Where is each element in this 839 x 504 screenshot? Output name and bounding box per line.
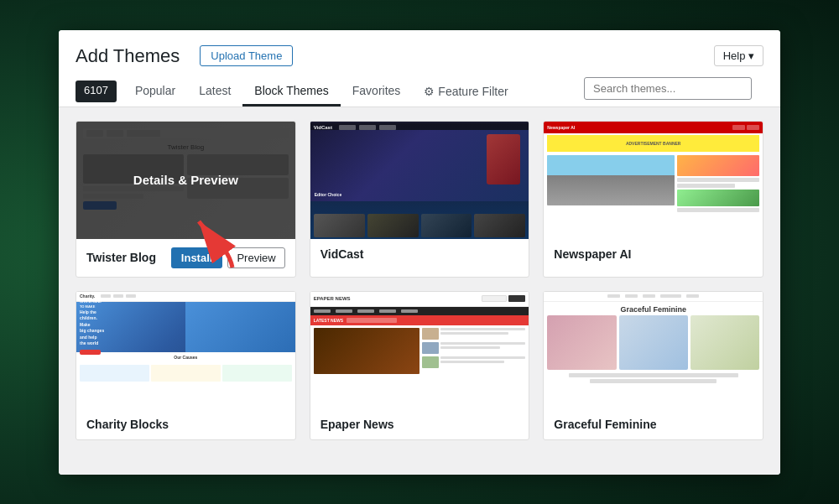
epaper-line	[440, 361, 504, 363]
vidcast-bg: VidCast Editor Choice	[310, 122, 529, 239]
epaper-logo: EPAPER NEWS	[314, 296, 351, 301]
newspaper-thumbnail: Newspaper AI ADVERTISEMENT BANNER	[544, 122, 763, 239]
epaper-nav	[310, 307, 529, 315]
tab-latest[interactable]: Latest	[187, 77, 242, 107]
newspaper-header: Newspaper AI	[544, 122, 763, 133]
epaper-item-1	[422, 328, 525, 340]
header-top: Add Themes Upload Theme Help ▾	[76, 45, 763, 67]
themes-content: Twister Blog	[59, 107, 780, 475]
search-input[interactable]	[584, 77, 752, 100]
epaper-sidebar	[422, 328, 525, 374]
epaper-line	[440, 328, 525, 330]
charity-hero-content: GIVE A HAND TO MAKEHelp the children. Ma…	[80, 299, 127, 355]
epaper-nav-portfolio	[379, 309, 396, 313]
vidcast-info: VidCast	[310, 239, 529, 269]
charity-card-3	[222, 365, 292, 382]
epaper-nav-about	[336, 309, 352, 313]
install-button-twister[interactable]: Install	[171, 247, 223, 268]
graceful-nav	[544, 292, 763, 302]
graceful-text-area	[544, 370, 763, 385]
epaper-content	[310, 325, 529, 377]
newspaper-main-img	[547, 155, 675, 205]
epaper-text-3	[440, 356, 525, 365]
newspaper-side-img-1	[677, 155, 759, 176]
graceful-nav-item	[625, 294, 638, 298]
vidcast-thumbnail: VidCast Editor Choice	[310, 122, 529, 239]
charity-thumbnail: Charity. GIVE A HAND TO MAKEHelp the chi…	[76, 292, 295, 409]
epaper-line	[440, 356, 525, 359]
charity-hero-img	[185, 302, 294, 352]
graceful-img-3	[690, 315, 759, 370]
newspaper-text-1	[677, 178, 759, 182]
charity-info: Charity Blocks	[76, 409, 295, 439]
tab-favorites[interactable]: Favorites	[341, 77, 413, 107]
tab-block-themes[interactable]: Block Themes	[242, 77, 340, 107]
charity-hero: GIVE A HAND TO MAKEHelp the children. Ma…	[76, 302, 295, 352]
add-themes-window: Add Themes Upload Theme Help ▾ 6107 Popu…	[59, 30, 780, 475]
graceful-name: Graceful Feminine	[554, 418, 656, 431]
tab-popular[interactable]: Popular	[123, 77, 187, 107]
vidcast-name: VidCast	[320, 247, 364, 261]
graceful-info: Graceful Feminine	[544, 409, 763, 439]
graceful-content	[544, 315, 763, 370]
epaper-thumbnail: EPAPER NEWS LATEST NEWS	[310, 292, 529, 409]
epaper-text-1	[440, 328, 525, 336]
epaper-header: EPAPER NEWS	[310, 292, 529, 307]
city-scene	[547, 155, 675, 205]
help-button[interactable]: Help ▾	[714, 45, 763, 66]
graceful-site-title: Graceful Feminine	[544, 302, 763, 315]
theme-card-charity-blocks: Charity. GIVE A HAND TO MAKEHelp the chi…	[76, 291, 296, 440]
epaper-item-3	[422, 356, 525, 368]
epaper-main-img	[314, 328, 420, 374]
epaper-line	[440, 342, 525, 345]
charity-tagline: GIVE A HAND TO MAKEHelp the children. Ma…	[80, 299, 106, 347]
newspaper-name: Newspaper AI	[554, 247, 631, 261]
theme-card-vidcast: VidCast Editor Choice	[310, 121, 530, 278]
theme-overlay[interactable]: Details & Preview	[76, 122, 295, 239]
epaper-nav-services	[357, 309, 374, 313]
graceful-img-2	[619, 315, 688, 370]
upload-theme-button[interactable]: Upload Theme	[200, 45, 293, 66]
newspaper-nav-item	[732, 125, 745, 130]
newspaper-text-2	[677, 184, 735, 188]
epaper-item-2	[422, 342, 525, 354]
charity-nav-item	[113, 294, 123, 298]
epaper-ticker	[347, 318, 397, 323]
epaper-info: Epaper News	[310, 409, 529, 439]
graceful-nav-item	[660, 294, 681, 298]
vidcast-thumb-4	[474, 214, 525, 237]
twister-blog-name: Twister Blog	[86, 251, 156, 264]
graceful-text-line	[569, 373, 738, 377]
gear-icon: ⚙	[424, 85, 435, 98]
epaper-thumb-3	[422, 356, 439, 368]
charity-card-2	[151, 365, 221, 382]
epaper-text-2	[440, 342, 525, 351]
twister-blog-actions: Install Preview	[171, 247, 285, 268]
graceful-nav-item	[686, 294, 699, 298]
epaper-search-input	[482, 295, 507, 302]
newspaper-logo: Newspaper AI	[547, 125, 575, 130]
graceful-nav-item	[643, 294, 655, 298]
epaper-breaking-text: LATEST NEWS	[314, 318, 343, 323]
theme-card-twister-blog: Twister Blog	[76, 121, 296, 278]
vidcast-thumb-2	[367, 214, 419, 237]
page-title: Add Themes	[76, 45, 180, 67]
theme-card-newspaper-ai: Newspaper AI ADVERTISEMENT BANNER	[543, 121, 763, 278]
vidcast-thumb-1	[314, 214, 365, 237]
graceful-img-1	[547, 315, 616, 370]
hero-figure	[487, 134, 520, 184]
preview-button-twister[interactable]: Preview	[227, 247, 284, 268]
page-header: Add Themes Upload Theme Help ▾ 6107 Popu…	[59, 30, 780, 107]
newspaper-text-3	[677, 208, 759, 212]
themes-grid: Twister Blog	[76, 121, 763, 440]
themes-count-badge[interactable]: 6107	[76, 81, 117, 102]
feature-filter-button[interactable]: ⚙ Feature Filter	[412, 78, 519, 105]
nav-row: 6107 Popular Latest Block Themes Favorit…	[76, 77, 763, 107]
newspaper-side	[677, 155, 759, 212]
charity-card-1	[80, 365, 149, 382]
epaper-nav-home	[314, 309, 331, 313]
newspaper-info: Newspaper AI	[544, 239, 763, 269]
epaper-name: Epaper News	[320, 418, 394, 431]
newspaper-nav-item	[747, 125, 759, 130]
newspaper-content	[544, 153, 763, 214]
